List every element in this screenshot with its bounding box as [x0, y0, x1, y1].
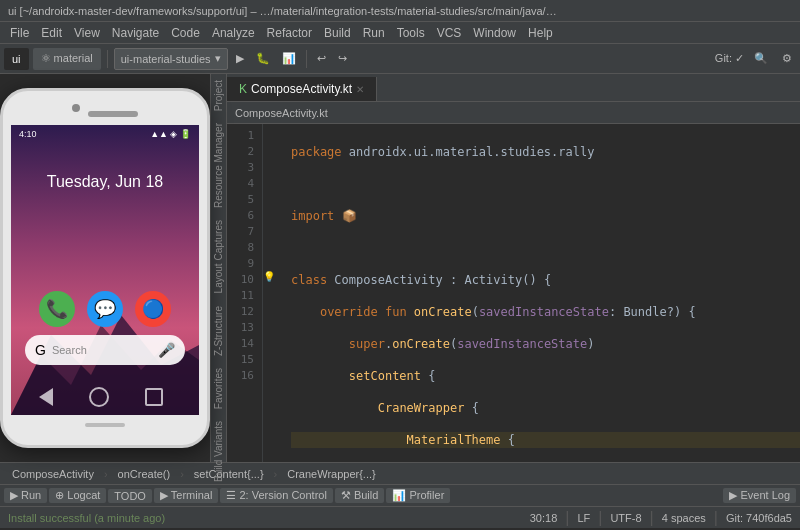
editor-tabs: K ComposeActivity.kt ✕: [227, 74, 800, 102]
terminal-button[interactable]: ▶ Terminal: [154, 488, 218, 503]
sidebar-item-resource-manager[interactable]: Resource Manager: [211, 117, 226, 214]
code-line-3: import 📦: [291, 208, 800, 224]
toolbar-divider-2: [306, 50, 307, 68]
code-line-1: package androidx.ui.material.studies.ral…: [291, 144, 800, 160]
editor-area: K ComposeActivity.kt ✕ ComposeActivity.k…: [227, 74, 800, 462]
encoding: UTF-8: [610, 512, 641, 524]
mic-icon: 🎤: [158, 342, 175, 358]
menu-analyze[interactable]: Analyze: [206, 22, 261, 43]
phone-speaker: [88, 111, 138, 117]
menu-navigate[interactable]: Navigate: [106, 22, 165, 43]
menu-window[interactable]: Window: [467, 22, 522, 43]
indent-setting: 4 spaces: [662, 512, 706, 524]
code-line-8: setContent {: [291, 368, 800, 384]
sidebar-item-build-variants[interactable]: Build Variants: [211, 415, 226, 488]
phone-dock-icons: 📞 💬 🔵: [21, 291, 189, 327]
phone-home-button[interactable]: [89, 387, 109, 407]
toolbar-dropdown-config[interactable]: ui-material-studies ▾: [114, 48, 228, 70]
left-side-tabs: Project Resource Manager Layout Captures…: [211, 74, 227, 462]
breadcrumb-setcontent[interactable]: setContent{...}: [186, 465, 272, 483]
code-line-4: [291, 240, 800, 256]
phone-screen[interactable]: 4:10 ▲▲ ◈ 🔋 Tuesday, Jun 18: [11, 125, 199, 415]
path-item-1: ComposeActivity.kt: [235, 107, 328, 119]
status-bar: Install successful (a minute ago) 30:18 …: [0, 506, 800, 528]
code-area[interactable]: package androidx.ui.material.studies.ral…: [283, 124, 800, 462]
toolbar-tab-ui[interactable]: ui: [4, 48, 29, 70]
phone-chin-bar: [85, 423, 125, 427]
dropdown-label: ui-material-studies: [121, 53, 211, 65]
install-status: Install successful (a minute ago): [8, 512, 165, 524]
phone-emulator-panel: 4:10 ▲▲ ◈ 🔋 Tuesday, Jun 18: [0, 74, 211, 462]
cursor-position: 30:18: [530, 512, 558, 524]
menu-build[interactable]: Build: [318, 22, 357, 43]
menu-view[interactable]: View: [68, 22, 106, 43]
phone-status-bar: 4:10 ▲▲ ◈ 🔋: [11, 125, 199, 143]
phone-chin: [3, 415, 207, 435]
run-button[interactable]: ▶: [232, 50, 248, 67]
phone-nav-buttons: [21, 387, 181, 407]
code-line-5: class ComposeActivity : Activity() {: [291, 272, 800, 288]
menu-refactor[interactable]: Refactor: [261, 22, 318, 43]
build-button[interactable]: ⚒ Build: [335, 488, 385, 503]
editor-content[interactable]: 1 2 3 4 5 6 7 8 9 10 11 12 13 14 15 16: [227, 124, 800, 462]
chevron-down-icon: ▾: [215, 52, 221, 65]
menu-code[interactable]: Code: [165, 22, 206, 43]
phone-icon-messages[interactable]: 💬: [87, 291, 123, 327]
phone-searchbar[interactable]: G Search 🎤: [25, 335, 185, 365]
editor-tab-compose-activity[interactable]: K ComposeActivity.kt ✕: [227, 77, 377, 101]
event-log-button[interactable]: ▶ Event Log: [723, 488, 796, 503]
tab-close-icon[interactable]: ✕: [356, 84, 364, 95]
main-layout: 4:10 ▲▲ ◈ 🔋 Tuesday, Jun 18: [0, 74, 800, 462]
toolbar-tab-material[interactable]: ⚛ material: [33, 48, 101, 70]
code-line-6: override fun onCreate(savedInstanceState…: [291, 304, 800, 320]
menu-vcs[interactable]: VCS: [431, 22, 468, 43]
profiler-button[interactable]: 📊 Profiler: [386, 488, 450, 503]
menu-run[interactable]: Run: [357, 22, 391, 43]
phone-recents-button[interactable]: [145, 388, 163, 406]
git-commit: Git: 740f6da5: [726, 512, 792, 524]
run-tool-button[interactable]: ▶ Run: [4, 488, 47, 503]
menu-edit[interactable]: Edit: [35, 22, 68, 43]
profile-button[interactable]: 📊: [278, 50, 300, 67]
menu-help[interactable]: Help: [522, 22, 559, 43]
phone-signal: ▲▲ ◈ 🔋: [150, 129, 191, 139]
gutter: 💡: [263, 124, 283, 462]
version-control-button[interactable]: ☰ 2: Version Control: [220, 488, 333, 503]
gutter-icon-line10[interactable]: 💡: [263, 271, 275, 282]
sidebar-item-zstructure[interactable]: Z-Structure: [211, 300, 226, 362]
debug-button[interactable]: 🐛: [252, 50, 274, 67]
line-numbers: 1 2 3 4 5 6 7 8 9 10 11 12 13 14 15 16: [227, 124, 263, 462]
phone-device: 4:10 ▲▲ ◈ 🔋 Tuesday, Jun 18: [0, 88, 210, 448]
kotlin-file-icon: K: [239, 82, 247, 96]
code-line-10: MaterialTheme {: [291, 432, 800, 448]
google-logo: G: [35, 342, 46, 358]
search-everywhere-button[interactable]: 🔍: [750, 50, 772, 67]
logcat-button[interactable]: ⊕ Logcat: [49, 488, 106, 503]
code-line-7: super.onCreate(savedInstanceState): [291, 336, 800, 352]
code-line-2: [291, 176, 800, 192]
phone-time: 4:10: [19, 129, 37, 139]
sidebar-item-project[interactable]: Project: [211, 74, 226, 117]
breadcrumb-oncreate[interactable]: onCreate(): [110, 465, 179, 483]
breadcrumb-cranewrapper[interactable]: CraneWrapper{...}: [279, 465, 383, 483]
breadcrumb-compose-activity[interactable]: ComposeActivity: [4, 465, 102, 483]
undo-button[interactable]: ↩: [313, 50, 330, 67]
phone-back-button[interactable]: [39, 388, 53, 406]
build-panel: ▶ Run ⊕ Logcat TODO ▶ Terminal ☰ 2: Vers…: [0, 484, 800, 506]
toolbar: ui ⚛ material ui-material-studies ▾ ▶ 🐛 …: [0, 44, 800, 74]
code-line-9: CraneWrapper {: [291, 400, 800, 416]
git-status: Git: ✓: [715, 52, 744, 65]
redo-button[interactable]: ↪: [334, 50, 351, 67]
phone-icon-phone[interactable]: 📞: [39, 291, 75, 327]
menu-file[interactable]: File: [4, 22, 35, 43]
phone-icon-chrome[interactable]: 🔵: [135, 291, 171, 327]
sidebar-item-favorites[interactable]: Favorites: [211, 362, 226, 415]
menu-tools[interactable]: Tools: [391, 22, 431, 43]
sidebar-item-layout-captures[interactable]: Layout Captures: [211, 214, 226, 299]
settings-button[interactable]: ⚙: [778, 50, 796, 67]
phone-date: Tuesday, Jun 18: [11, 173, 199, 191]
menu-bar: File Edit View Navigate Code Analyze Ref…: [0, 22, 800, 44]
toolbar-divider-1: [107, 50, 108, 68]
phone-camera: [72, 104, 80, 112]
todo-button[interactable]: TODO: [108, 489, 152, 503]
